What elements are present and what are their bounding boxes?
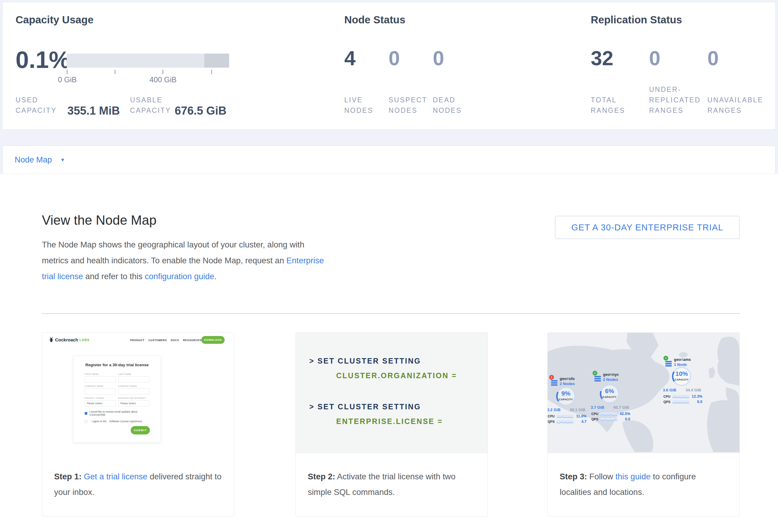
- sparkline: [600, 418, 617, 421]
- sparkline: [673, 400, 689, 404]
- total-ranges-label: TOTAL RANGES: [591, 95, 649, 116]
- page-title: View the Node Map: [42, 213, 156, 228]
- text-field: [118, 388, 149, 395]
- ams-qps-metric: QPS 0.0: [664, 400, 702, 404]
- ams-cpu-metric: CPU 12.3%: [664, 394, 702, 398]
- suspect-nodes-count: 0: [389, 47, 433, 69]
- configuration-guide-link[interactable]: configuration guide: [145, 272, 214, 281]
- field-label: REASON FOR INTEREST: [118, 397, 149, 399]
- healthy-badge: ✓: [593, 371, 597, 376]
- cluster-overview-page: Capacity Usage 0.1% 0 GiB 400 GiB USED C…: [0, 0, 778, 532]
- checkbox-label: I agree to the Software License Agreemen…: [89, 420, 143, 423]
- live-nodes-label: LIVE NODES: [344, 95, 389, 116]
- get-trial-license-link[interactable]: Get a trial license: [84, 472, 147, 481]
- brand-suffix: LABS: [80, 338, 90, 342]
- healthy-badge: ✓: [664, 356, 668, 361]
- field-label: PROJECT PHASE: [85, 397, 116, 399]
- this-guide-link[interactable]: this guide: [615, 472, 650, 481]
- sparkline: [600, 412, 617, 415]
- section-description: The Node Map shows the geographical layo…: [42, 237, 326, 284]
- view-selector-bar: Node Map ▼: [2, 146, 776, 174]
- warning-badge: 1: [549, 375, 554, 380]
- capacity-axis-tick: [67, 70, 68, 74]
- usable-capacity-label: USABLE CAPACITY: [130, 95, 171, 116]
- license-agreement-link: Software License Agreement.: [109, 420, 142, 423]
- sfo-capacity-range: 3.2 GiB 35.1 GiB: [548, 407, 586, 412]
- node-map-promo-section: View the Node Map The Node Map shows the…: [0, 174, 778, 532]
- step-2-caption: Step 2: Activate the trial license with …: [308, 469, 477, 500]
- sparkline: [557, 420, 573, 424]
- checkbox-label: I would like to receive email updates ab…: [89, 410, 149, 416]
- nyc-cpu-metric: CPU 42.5%: [591, 412, 630, 416]
- step-1-caption: Step 1: Get a trial license delivered st…: [54, 469, 224, 500]
- node-map-screenshot: 1 geo=sfo 2 Nodes 9% CAPACITY: [548, 333, 740, 453]
- description-text: and refer to this: [83, 272, 145, 281]
- total-ranges-count: 32: [591, 47, 649, 69]
- sql-statement: > SET CLUSTER SETTING: [309, 402, 487, 411]
- sparkline: [673, 395, 689, 398]
- capacity-axis-label: 400 GiB: [139, 75, 187, 84]
- field-label: FIRST NAME: [85, 373, 116, 375]
- get-enterprise-trial-button[interactable]: GET A 30-DAY ENTERPRISE TRIAL: [555, 216, 740, 239]
- locality-name: geo=nyc: [603, 372, 619, 377]
- capacity-bar-reserved-segment: [204, 54, 229, 68]
- world-map-graphic: [548, 333, 740, 452]
- capacity-used-percent: 0.1%: [15, 48, 70, 72]
- cockroach-labs-logo: Cockroach LABS: [49, 337, 89, 343]
- cockroach-bug-icon: [49, 337, 54, 343]
- text-field: [85, 376, 116, 383]
- checkbox-empty-icon: [85, 420, 87, 423]
- sparkline: [557, 415, 573, 418]
- nyc-qps-metric: QPS 0.0: [591, 417, 630, 421]
- checkbox-checked-icon: [85, 412, 87, 415]
- trial-registration-form: Register for a 30-day trial license FIRS…: [73, 356, 161, 443]
- section-divider: [42, 313, 740, 314]
- form-title: Register for a 30-day trial license: [73, 363, 161, 367]
- nav-item: RESOURCES: [183, 339, 202, 342]
- description-text: The Node Map shows the geographical layo…: [42, 240, 304, 265]
- node-status-title: Node Status: [344, 14, 405, 26]
- sfo-capacity-gauge: 9% CAPACITY: [556, 386, 576, 406]
- locality-node-count: 2 Nodes: [560, 381, 575, 386]
- node-map-view-dropdown[interactable]: Node Map ▼: [15, 155, 65, 165]
- capacity-axis-tick: [162, 70, 163, 74]
- registration-site-screenshot: Cockroach LABS PRODUCT CUSTOMERS DOCS RE…: [42, 333, 234, 453]
- field-label: COMPANY NAME: [85, 385, 116, 387]
- replication-status-title: Replication Status: [591, 14, 682, 26]
- dead-nodes-count: 0: [433, 47, 477, 69]
- nyc-capacity-range: 3.7 GiB 65.7 GiB: [591, 405, 629, 409]
- select-field: Please Select: [118, 400, 149, 407]
- usable-capacity-value: 676.5 GiB: [175, 105, 226, 116]
- nodes-stack-icon: [551, 380, 557, 386]
- capacity-usage-title: Capacity Usage: [15, 14, 94, 26]
- suspect-nodes-label: SUSPECT NODES: [389, 95, 433, 116]
- nav-item: DOCS: [171, 339, 179, 342]
- field-label: COMPANY EMAIL: [118, 385, 149, 387]
- text-field: [118, 376, 149, 383]
- nav-item: PRODUCT: [130, 339, 145, 342]
- capacity-axis-label: 0 GiB: [44, 75, 91, 84]
- unavailable-ranges-label: UNAVAILABLE RANGES: [707, 95, 766, 116]
- ams-capacity-gauge: 10% CAPACITY: [672, 366, 692, 387]
- nodes-stack-icon: [665, 361, 672, 367]
- select-field: Please Select: [85, 400, 116, 407]
- sql-terminal-screenshot: > SET CLUSTER SETTING CLUSTER.ORGANIZATI…: [296, 333, 487, 453]
- description-text: .: [214, 272, 217, 281]
- nyc-capacity-gauge: 6% CAPACITY: [600, 384, 620, 404]
- text-field: [85, 388, 116, 395]
- cluster-summary-bar: Capacity Usage 0.1% 0 GiB 400 GiB USED C…: [2, 2, 776, 130]
- sql-setting: ENTERPRISE.LICENSE =: [336, 417, 487, 426]
- dead-nodes-label: DEAD NODES: [433, 95, 477, 116]
- capacity-axis-tick: [114, 70, 115, 74]
- used-capacity-label: USED CAPACITY: [15, 95, 57, 116]
- sfo-cpu-metric: CPU 11.0%: [548, 414, 587, 418]
- step-2-card: > SET CLUSTER SETTING CLUSTER.ORGANIZATI…: [296, 332, 488, 517]
- live-nodes-count: 4: [344, 47, 389, 69]
- step-1-card: Cockroach LABS PRODUCT CUSTOMERS DOCS RE…: [42, 332, 234, 517]
- locality-node-count: 2 Nodes: [603, 377, 619, 382]
- sql-setting: CLUSTER.ORGANIZATION =: [336, 371, 487, 380]
- unavailable-ranges-count: 0: [707, 47, 766, 69]
- locality-name: geo=sfo: [560, 376, 575, 381]
- under-replicated-ranges-label: UNDER- REPLICATED RANGES: [649, 84, 707, 116]
- chevron-down-icon: ▼: [60, 157, 65, 162]
